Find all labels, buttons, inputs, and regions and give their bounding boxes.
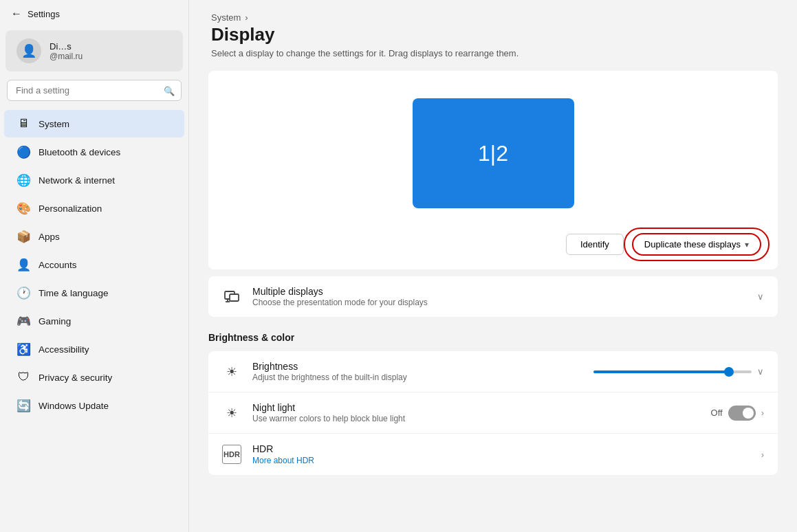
breadcrumb-parent: System xyxy=(211,12,241,23)
sidebar-item-label: Windows Update xyxy=(39,401,109,411)
night-light-label: Night light xyxy=(252,402,700,413)
brightness-right: ∨ xyxy=(593,366,764,377)
multiple-displays-icon xyxy=(222,287,241,307)
brightness-text: Brightness Adjust the brightness of the … xyxy=(252,361,582,382)
sidebar-item-privacy[interactable]: 🛡 Privacy & security xyxy=(4,364,184,391)
gaming-icon: 🎮 xyxy=(17,314,30,328)
page-title: Display xyxy=(211,24,775,45)
sidebar-title-bar: ← Settings xyxy=(0,0,188,27)
apps-icon: 📦 xyxy=(17,230,30,243)
sidebar-item-accounts[interactable]: 👤 Accounts xyxy=(4,251,184,278)
sidebar-item-label: Accessibility xyxy=(39,344,89,355)
sidebar-item-label: Network & internet xyxy=(39,175,115,186)
system-icon: 🖥 xyxy=(17,117,30,131)
night-light-row[interactable]: ☀ Night light Use warmer colors to help … xyxy=(208,392,778,434)
sidebar-item-bluetooth[interactable]: 🔵 Bluetooth & devices xyxy=(4,138,184,166)
nav-list: 🖥 System 🔵 Bluetooth & devices 🌐 Network… xyxy=(0,107,188,532)
accessibility-icon: ♿ xyxy=(17,342,30,356)
settings-title: Settings xyxy=(28,9,60,19)
night-light-text: Night light Use warmer colors to help bl… xyxy=(252,402,700,423)
user-name: Di…s xyxy=(50,41,83,52)
multiple-displays-panel: Multiple displays Choose the presentatio… xyxy=(208,276,778,317)
brightness-row: ☀ Brightness Adjust the brightness of th… xyxy=(208,351,778,392)
sidebar-item-windows-update[interactable]: 🔄 Windows Update xyxy=(4,392,184,419)
brightness-slider[interactable] xyxy=(593,370,752,373)
display-preview-area: 1|2 xyxy=(225,85,761,222)
brightness-desc: Adjust the brightness of the built-in di… xyxy=(252,373,582,382)
sidebar-item-label: Privacy & security xyxy=(39,373,112,383)
chevron-down-icon: ▾ xyxy=(745,240,749,250)
multiple-displays-label: Multiple displays xyxy=(252,286,746,297)
multiple-displays-right: ∨ xyxy=(757,291,764,302)
sidebar-item-label: Apps xyxy=(39,232,60,242)
night-light-icon: ☀ xyxy=(222,403,241,423)
duplicate-button[interactable]: Duplicate these displays ▾ xyxy=(632,233,761,256)
main-header: System › Display Select a display to cha… xyxy=(189,0,797,64)
user-info: Di…s @mail.ru xyxy=(50,41,83,61)
duplicate-button-label: Duplicate these displays xyxy=(644,239,741,250)
sidebar-item-network[interactable]: 🌐 Network & internet xyxy=(4,166,184,194)
sidebar-item-system[interactable]: 🖥 System xyxy=(4,110,184,137)
search-icon: 🔍 xyxy=(164,85,175,96)
time-icon: 🕐 xyxy=(17,286,30,300)
hdr-right: › xyxy=(761,450,764,460)
hdr-row[interactable]: HDR HDR More about HDR › xyxy=(208,434,778,475)
display-actions: Identify Duplicate these displays ▾ xyxy=(225,233,761,256)
night-light-right: Off › xyxy=(711,406,764,421)
hdr-text: HDR More about HDR xyxy=(252,443,750,465)
sidebar-item-label: Personalization xyxy=(39,203,102,214)
sidebar-item-label: Bluetooth & devices xyxy=(39,147,120,157)
search-input[interactable] xyxy=(7,80,182,101)
display-monitor[interactable]: 1|2 xyxy=(413,98,574,208)
breadcrumb: System › xyxy=(211,12,775,23)
avatar: 👤 xyxy=(17,38,41,63)
search-box: 🔍 xyxy=(7,80,182,101)
brightness-color-panel: ☀ Brightness Adjust the brightness of th… xyxy=(208,351,778,475)
sidebar-item-time-language[interactable]: 🕐 Time & language xyxy=(4,279,184,307)
identify-button[interactable]: Identify xyxy=(566,234,624,255)
brightness-color-title: Brightness & color xyxy=(189,322,797,346)
brightness-icon: ☀ xyxy=(222,362,241,381)
sidebar-item-label: System xyxy=(39,119,69,129)
privacy-icon: 🛡 xyxy=(17,370,30,384)
sidebar-item-apps[interactable]: 📦 Apps xyxy=(4,223,184,250)
user-email: @mail.ru xyxy=(50,52,83,61)
chevron-right-icon: › xyxy=(761,450,764,460)
night-light-status: Off xyxy=(711,408,723,418)
accounts-icon: 👤 xyxy=(17,258,30,271)
user-panel[interactable]: 👤 Di…s @mail.ru xyxy=(6,30,183,71)
sidebar-item-gaming[interactable]: 🎮 Gaming xyxy=(4,307,184,335)
sidebar-item-label: Time & language xyxy=(39,288,109,298)
sidebar-item-label: Accounts xyxy=(39,260,77,270)
multiple-displays-desc: Choose the presentation mode for your di… xyxy=(252,298,746,307)
toggle-knob xyxy=(743,408,754,419)
svg-rect-1 xyxy=(230,294,239,301)
personalization-icon: 🎨 xyxy=(17,201,30,215)
duplicate-button-wrap: Duplicate these displays ▾ xyxy=(632,233,761,256)
brightness-label: Brightness xyxy=(252,361,582,372)
chevron-down-icon: ∨ xyxy=(757,366,764,377)
sidebar-item-label: Gaming xyxy=(39,316,71,326)
chevron-right-icon: › xyxy=(761,408,764,418)
update-icon: 🔄 xyxy=(17,399,30,412)
night-light-desc: Use warmer colors to help block blue lig… xyxy=(252,414,700,423)
back-button[interactable]: ← xyxy=(11,8,22,20)
bluetooth-icon: 🔵 xyxy=(17,145,30,159)
hdr-icon: HDR xyxy=(222,445,241,464)
hdr-label: HDR xyxy=(252,443,750,454)
chevron-right-icon: ∨ xyxy=(757,291,764,302)
hdr-link[interactable]: More about HDR xyxy=(252,456,314,465)
display-monitor-label: 1|2 xyxy=(478,141,508,166)
multiple-displays-row[interactable]: Multiple displays Choose the presentatio… xyxy=(208,276,778,317)
breadcrumb-separator: › xyxy=(245,12,248,23)
sidebar: ← Settings 👤 Di…s @mail.ru 🔍 🖥 System 🔵 … xyxy=(0,0,189,532)
display-panel: 1|2 Identify Duplicate these displays ▾ xyxy=(208,71,778,269)
sidebar-item-personalization[interactable]: 🎨 Personalization xyxy=(4,195,184,222)
network-icon: 🌐 xyxy=(17,173,30,187)
page-subtitle: Select a display to change the settings … xyxy=(211,48,775,58)
multiple-displays-text: Multiple displays Choose the presentatio… xyxy=(252,286,746,307)
sidebar-item-accessibility[interactable]: ♿ Accessibility xyxy=(4,335,184,363)
main-content: System › Display Select a display to cha… xyxy=(189,0,797,532)
night-light-toggle[interactable] xyxy=(728,406,756,421)
